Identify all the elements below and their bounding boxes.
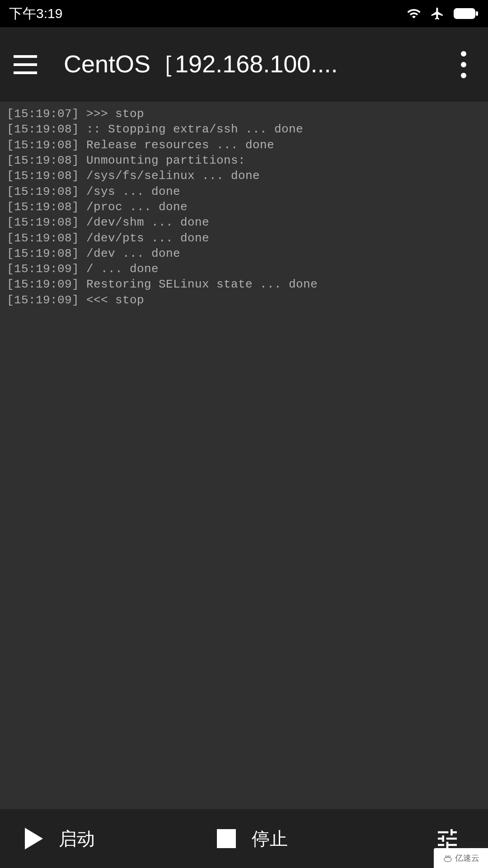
terminal-line: [15:19:08] :: Stopping extra/ssh ... don… [7, 122, 481, 137]
terminal-line: [15:19:09] <<< stop [7, 292, 481, 308]
status-bar: 下午3:19 [0, 0, 488, 27]
terminal-line: [15:19:08] /dev/shm ... done [7, 215, 481, 230]
terminal-line: [15:19:08] Unmounting partitions: [7, 153, 481, 168]
terminal-line: [15:19:08] /dev/pts ... done [7, 231, 481, 246]
terminal-line: [15:19:08] /dev ... done [7, 246, 481, 261]
start-button[interactable]: 启动 [14, 826, 217, 851]
status-icons [407, 6, 479, 21]
stop-icon [217, 829, 236, 848]
svg-rect-0 [454, 9, 475, 19]
stop-button[interactable]: 停止 [217, 826, 420, 851]
terminal-line: [15:19:09] / ... done [7, 261, 481, 277]
status-time: 下午3:19 [9, 5, 62, 23]
bottom-bar: 启动 停止 亿速云 [0, 809, 488, 868]
watermark: 亿速云 [434, 848, 488, 868]
svg-point-3 [446, 856, 447, 858]
play-icon [25, 828, 43, 849]
hamburger-menu-icon[interactable] [14, 52, 39, 77]
terminal-line: [15:19:08] /proc ... done [7, 199, 481, 215]
start-button-label: 启动 [59, 826, 95, 851]
settings-button[interactable] [420, 826, 474, 851]
watermark-text: 亿速云 [455, 853, 479, 863]
terminal-line: [15:19:07] >>> stop [7, 106, 481, 122]
terminal-output[interactable]: [15:19:07] >>> stop [15:19:08] :: Stoppi… [0, 102, 488, 809]
airplane-icon [430, 6, 445, 21]
terminal-line: [15:19:08] /sys/fs/selinux ... done [7, 168, 481, 184]
terminal-line: [15:19:08] Release resources ... done [7, 137, 481, 153]
tune-icon [435, 826, 460, 851]
svg-point-4 [448, 856, 450, 858]
overflow-menu-icon[interactable] [453, 48, 474, 81]
stop-button-label: 停止 [252, 826, 288, 851]
svg-rect-1 [476, 11, 478, 16]
app-title: CentOS［192.168.100.... [64, 48, 446, 81]
terminal-line: [15:19:08] /sys ... done [7, 184, 481, 199]
svg-point-2 [444, 857, 451, 862]
battery-icon [454, 7, 479, 20]
terminal-line: [15:19:09] Restoring SELinux state ... d… [7, 277, 481, 292]
wifi-icon [407, 6, 421, 21]
app-bar: CentOS［192.168.100.... [0, 27, 488, 102]
